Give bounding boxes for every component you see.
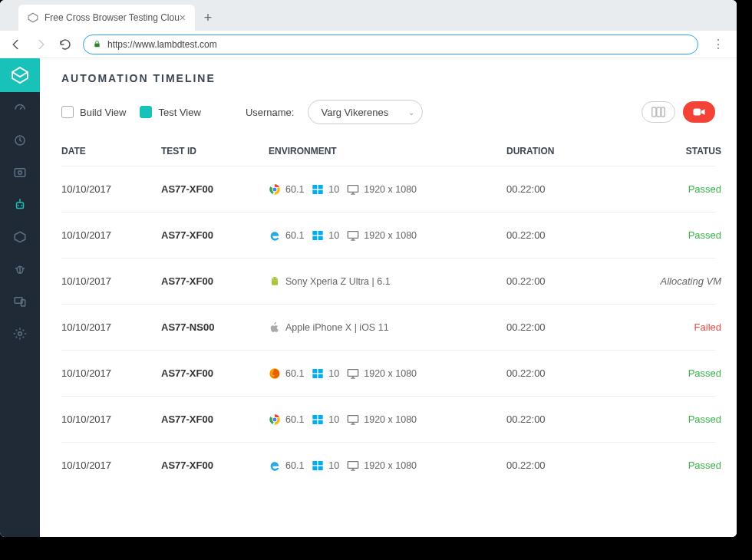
env-cell: 60.1 10 1920 x 1080 <box>269 460 506 472</box>
os-icon <box>312 460 324 472</box>
svg-rect-28 <box>313 185 318 189</box>
svg-rect-60 <box>348 415 358 422</box>
test-id-cell: AS77-XF00 <box>161 367 269 379</box>
sidebar-item-dashboard[interactable] <box>0 92 40 124</box>
close-tab-icon[interactable]: × <box>180 12 186 24</box>
table-row[interactable]: 10/10/2017 AS77-XF00 60.1 10 1920 x 1080… <box>61 350 715 396</box>
svg-rect-58 <box>313 420 318 423</box>
table-header: DATE TEST ID ENVIRONMENT DURATION STATUS <box>61 138 715 166</box>
svg-rect-50 <box>348 369 358 376</box>
table-row[interactable]: 10/10/2017 AS77-XF00 Sony Xperia Z Ultra… <box>61 258 715 304</box>
browser-tab-title: Free Cross Browser Testing Clou <box>45 12 180 23</box>
svg-rect-37 <box>313 236 318 239</box>
sidebar-item-package[interactable] <box>0 221 40 253</box>
svg-point-6 <box>18 171 22 175</box>
table-row[interactable]: 10/10/2017 AS77-NS00 Apple iPhone X | iO… <box>61 304 715 350</box>
screenshot-mode-button[interactable] <box>642 101 675 123</box>
view-toolbar: Build View Test View Username: Varg Vike… <box>61 100 715 124</box>
svg-rect-63 <box>313 461 318 465</box>
monitor-icon <box>347 460 359 472</box>
env-cell: 60.1 10 1920 x 1080 <box>269 367 506 380</box>
forward-button[interactable] <box>34 38 48 51</box>
svg-point-27 <box>272 187 277 192</box>
sidebar-item-settings[interactable] <box>0 318 40 350</box>
sidebar <box>0 58 40 537</box>
username-value: Varg Vikerenes <box>321 107 388 118</box>
env-cell: 60.1 10 1920 x 1080 <box>269 183 506 196</box>
browser-icon <box>269 229 281 242</box>
url-field[interactable]: https://www.lambdtest.com <box>83 35 698 54</box>
browser-version: 60.1 <box>285 414 304 425</box>
svg-point-8 <box>18 205 19 206</box>
monitor-icon <box>347 183 359 196</box>
device-label: Sony Xperia Z Ultra | 6.1 <box>285 276 391 287</box>
svg-line-16 <box>23 268 25 269</box>
svg-rect-32 <box>348 185 358 192</box>
back-button[interactable] <box>9 38 23 51</box>
svg-point-9 <box>21 205 22 206</box>
os-icon <box>312 367 324 380</box>
svg-rect-65 <box>313 466 318 469</box>
results-table: DATE TEST ID ENVIRONMENT DURATION STATUS… <box>61 138 715 488</box>
table-row[interactable]: 10/10/2017 AS77-XF00 60.1 10 1920 x 1080… <box>61 396 715 442</box>
brand-logo[interactable] <box>0 58 40 92</box>
os-icon <box>312 413 324 426</box>
duration-cell: 00.22:00 <box>506 460 614 471</box>
svg-point-42 <box>272 278 273 278</box>
browser-version: 60.1 <box>285 368 304 379</box>
sidebar-item-screenshot[interactable] <box>0 156 40 189</box>
svg-rect-35 <box>313 231 318 235</box>
table-row[interactable]: 10/10/2017 AS77-XF00 60.1 10 1920 x 1080… <box>61 166 715 212</box>
username-label: Username: <box>246 107 295 118</box>
duration-cell: 00.22:00 <box>506 321 614 333</box>
sidebar-item-bugs[interactable] <box>0 253 40 285</box>
svg-rect-67 <box>348 461 358 468</box>
svg-rect-5 <box>15 169 25 177</box>
browser-icon <box>269 183 281 196</box>
svg-rect-64 <box>318 461 323 465</box>
new-tab-button[interactable]: + <box>195 5 221 31</box>
monitor-icon <box>347 413 359 426</box>
browser-version: 60.1 <box>285 184 304 195</box>
device-label: Apple iPhone X | iOS 11 <box>285 322 389 333</box>
os-version: 10 <box>328 184 339 195</box>
browser-tab-bar: Free Cross Browser Testing Clou × + <box>0 0 737 31</box>
checkbox-checked-icon <box>140 106 152 118</box>
sidebar-item-responsive[interactable] <box>0 285 40 318</box>
svg-rect-38 <box>318 236 323 239</box>
reload-button[interactable] <box>58 38 72 51</box>
sidebar-item-automation[interactable] <box>0 189 40 221</box>
svg-point-43 <box>275 278 276 278</box>
svg-point-55 <box>272 417 277 422</box>
table-row[interactable]: 10/10/2017 AS77-XF00 60.1 10 1920 x 1080… <box>61 442 715 488</box>
monitor-icon <box>347 229 359 242</box>
svg-marker-0 <box>28 13 38 22</box>
svg-rect-44 <box>272 280 278 285</box>
build-view-label: Build View <box>80 107 126 118</box>
build-view-toggle[interactable]: Build View <box>61 106 126 118</box>
col-test-id: TEST ID <box>161 146 269 156</box>
sidebar-item-history[interactable] <box>0 124 40 156</box>
browser-menu-icon[interactable]: ⋮ <box>709 37 727 51</box>
svg-point-11 <box>19 199 21 200</box>
resolution: 1920 x 1080 <box>364 230 417 241</box>
col-duration: DURATION <box>506 146 614 156</box>
os-icon <box>312 183 324 196</box>
browser-icon <box>269 413 281 426</box>
resolution: 1920 x 1080 <box>364 460 417 471</box>
browser-tab[interactable]: Free Cross Browser Testing Clou × <box>18 5 195 31</box>
os-icon <box>312 229 324 242</box>
table-row[interactable]: 10/10/2017 AS77-XF00 60.1 10 1920 x 1080… <box>61 212 715 258</box>
test-id-cell: AS77-NS00 <box>161 321 269 333</box>
record-button[interactable] <box>683 101 715 123</box>
username-dropdown[interactable]: Varg Vikerenes ⌄ <box>308 100 423 124</box>
date-cell: 10/10/2017 <box>61 460 161 471</box>
duration-cell: 00.22:00 <box>506 413 614 425</box>
date-cell: 10/10/2017 <box>61 413 161 425</box>
duration-cell: 00.22:00 <box>506 183 614 195</box>
test-view-toggle[interactable]: Test View <box>140 106 200 118</box>
svg-rect-23 <box>694 109 701 116</box>
env-cell: 60.1 10 1920 x 1080 <box>269 413 506 426</box>
svg-line-3 <box>20 107 22 110</box>
test-id-cell: AS77-XF00 <box>161 275 269 287</box>
